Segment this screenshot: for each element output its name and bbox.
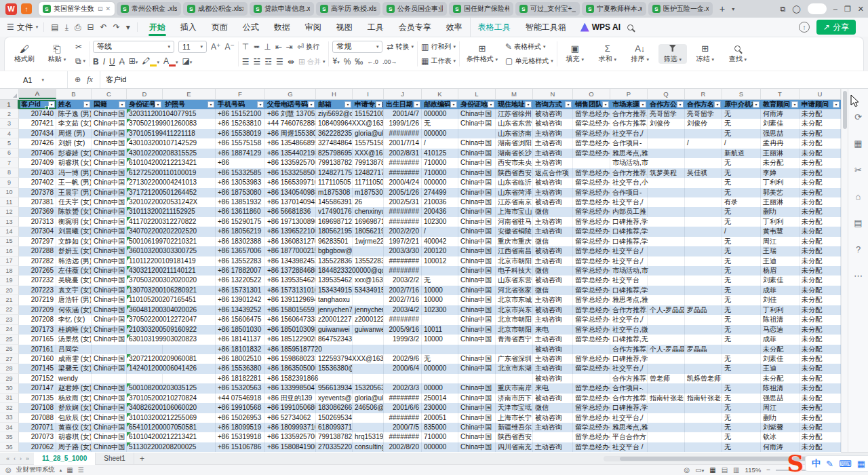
document-tab[interactable]: S 宁夏教师样本.xlsx [582, 2, 646, 16]
skin-icon[interactable]: ◯ [792, 5, 800, 14]
cell[interactable]: 1wjrme221 [353, 237, 384, 246]
cell[interactable]: 主动咨询 [533, 227, 573, 236]
cell[interactable] [648, 432, 685, 442]
cell[interactable]: 2002/8/31 [384, 149, 422, 158]
cell[interactable]: +86 1340540988 [265, 188, 316, 197]
cell[interactable]: 韩浩远 (男) [56, 256, 92, 266]
cell[interactable]: chenxinyur [353, 207, 384, 216]
cell[interactable]: 207160 [19, 354, 56, 364]
column-header-R[interactable]: R [685, 89, 722, 99]
cell[interactable] [685, 158, 722, 168]
filter-dropdown-icon[interactable]: ▾ [602, 101, 609, 108]
cell[interactable]: 湖南省浏阳 [496, 138, 533, 148]
cell[interactable]: +86 18099519 [216, 423, 265, 432]
cell[interactable]: 平台合作方 [610, 432, 648, 442]
cell[interactable]: 山东省东营 [496, 276, 533, 285]
row-number[interactable]: 22 [0, 305, 19, 315]
cell[interactable]: 207152 [19, 374, 56, 383]
header-cell[interactable]: 原中介机构▾ [722, 100, 761, 109]
cell[interactable] [648, 383, 685, 393]
cell[interactable]: 207369 [19, 207, 56, 216]
cell[interactable]: guiwanwei [353, 325, 384, 335]
cell[interactable]: 207381 [19, 197, 56, 207]
cell[interactable]: 钦冰 [761, 432, 800, 442]
cell[interactable] [685, 197, 722, 207]
header-cell[interactable]: 申请顾问▾ [800, 100, 841, 109]
cell[interactable]: 无 [422, 276, 458, 285]
row-number[interactable]: 13 [0, 217, 19, 227]
cell[interactable] [685, 276, 722, 285]
header-cell[interactable]: 父母电话号码▾ [265, 100, 316, 109]
cell[interactable]: tanghaoxu [316, 295, 353, 305]
cell[interactable]: 个人-罗晶晶 [648, 345, 685, 354]
cell[interactable]: 207173 [19, 325, 56, 335]
cell[interactable]: 000000 [422, 442, 458, 452]
cell[interactable]: 未分配 [800, 237, 841, 246]
row-number[interactable]: 20 [0, 286, 19, 295]
cell[interactable]: 207282 [19, 256, 56, 266]
cell[interactable]: 612725200110100019 [127, 168, 216, 178]
cell[interactable]: 207426 [19, 138, 56, 148]
cell[interactable]: 10011 [422, 325, 458, 335]
cell[interactable]: 口碑推荐,学 [610, 217, 685, 227]
cell[interactable]: 合作方推荐, [610, 345, 648, 354]
cell[interactable]: 王瑞 [761, 246, 800, 256]
cell[interactable]: 未分配 [800, 158, 841, 168]
cell[interactable]: China中国 [92, 394, 127, 403]
cell[interactable]: 被动咨询 [533, 394, 573, 403]
cell[interactable]: China中国 [92, 442, 127, 452]
row-number[interactable]: 23 [0, 315, 19, 324]
cell[interactable]: 654101200007050581 [127, 423, 216, 432]
cell[interactable]: China中国 [92, 256, 127, 266]
cell[interactable]: 未分配 [800, 168, 841, 178]
cell[interactable] [648, 246, 685, 256]
row-number[interactable]: 25 [0, 335, 19, 344]
cell[interactable]: 207208 [19, 315, 56, 324]
cell[interactable]: 370503200302020020 [127, 276, 216, 285]
cell[interactable]: 无 [422, 119, 458, 128]
cell[interactable]: 2001/7/14 [384, 138, 422, 148]
cell[interactable] [353, 413, 384, 423]
cell[interactable]: 110112200109181419 [127, 256, 216, 266]
cell[interactable] [648, 256, 685, 266]
header-cell[interactable]: 身份证地址▾ [458, 100, 496, 109]
column-header-K[interactable]: K [422, 89, 458, 99]
cell[interactable]: +86 15263810 [216, 119, 265, 128]
cell[interactable]: ######## [384, 413, 422, 423]
cell[interactable]: 207073 [19, 432, 56, 442]
cell[interactable]: ######## [384, 129, 422, 138]
cell[interactable]: 864752343 [316, 335, 353, 344]
outline-icon[interactable]: ☰ [78, 466, 84, 474]
cell[interactable]: +86 1339985047 [265, 383, 316, 393]
cell[interactable]: 济南市历下 [496, 394, 533, 403]
cell[interactable]: 马恋迪 [761, 325, 800, 335]
cell[interactable]: 留学总经办公 [573, 315, 610, 324]
cell[interactable]: China中国 [92, 286, 127, 295]
filter-dropdown-icon[interactable]: ▾ [414, 101, 420, 108]
cell[interactable]: +86 17882007 [216, 266, 265, 276]
cell[interactable]: 彭睿婧 (女) [56, 149, 92, 158]
cell[interactable]: 207440 [19, 109, 56, 119]
header-cell[interactable]: 市场来源▾ [610, 100, 648, 109]
cell[interactable]: +86 1809993716 [265, 423, 316, 432]
menu-item-数据[interactable]: 数据 [267, 18, 298, 37]
cell[interactable]: 2002/5/31 [384, 197, 422, 207]
cell[interactable] [648, 442, 685, 452]
cell[interactable]: 王一帆 (男) [56, 178, 92, 187]
cell[interactable]: 10000 [422, 286, 458, 295]
cell[interactable]: 10000 [422, 295, 458, 305]
cell[interactable] [92, 374, 127, 383]
cell[interactable]: 合作方推荐, [610, 109, 648, 119]
cell[interactable]: 丁利利 [761, 305, 800, 315]
cell[interactable]: 124827175 [316, 168, 353, 178]
cell[interactable]: 被动咨询 [533, 305, 573, 315]
header-cell[interactable]: 身份证号▾ [127, 100, 163, 109]
document-tab[interactable]: S 英国留学生数 ⊡✕ [39, 2, 115, 16]
row-number[interactable]: 2 [0, 109, 19, 119]
cell[interactable]: 社交平台,/ [610, 413, 648, 423]
cell[interactable] [92, 345, 127, 354]
cell[interactable]: 207402 [19, 178, 56, 187]
row-number[interactable]: 24 [0, 325, 19, 335]
cell[interactable]: 无 [722, 286, 761, 295]
cell[interactable]: 留学总经办公 [573, 207, 610, 216]
